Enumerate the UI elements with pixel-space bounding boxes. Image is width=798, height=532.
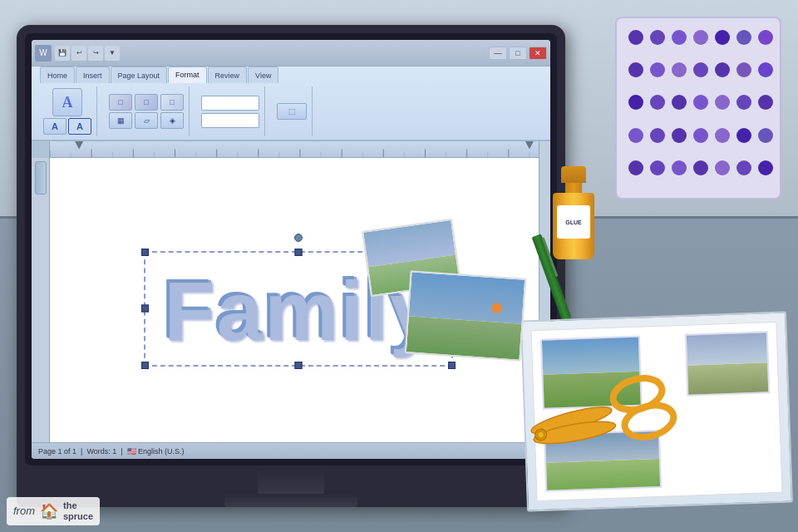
dot-17 xyxy=(693,95,708,110)
quick-access-toolbar: 💾 ↩ ↪ ▼ xyxy=(55,46,120,61)
shape-style-row-2: ▦ ▱ ◈ xyxy=(109,112,184,129)
house-icon: 🏠 xyxy=(40,502,58,520)
text-outline-btn[interactable]: A xyxy=(68,118,91,135)
handle-tl[interactable] xyxy=(141,249,149,256)
tab-insert[interactable]: Insert xyxy=(76,66,110,83)
dot-31 xyxy=(693,160,708,175)
dot-27 xyxy=(758,128,773,143)
dot-32 xyxy=(715,160,730,175)
ribbon-group-shape: □ □ □ ▦ ▱ ◈ xyxy=(104,86,190,136)
glue-neck xyxy=(565,183,582,193)
save-quick-btn[interactable]: 💾 xyxy=(55,46,70,61)
dot-20 xyxy=(758,95,773,110)
width-input[interactable] xyxy=(201,113,259,128)
dot-26 xyxy=(736,128,751,143)
dot-1 xyxy=(650,30,665,45)
ribbon: Home Insert Page Layout Format Review Vi… xyxy=(32,66,550,141)
dot-3 xyxy=(693,30,708,45)
scroll-thumb[interactable] xyxy=(35,161,47,195)
arrange-btn[interactable]: ⬚ xyxy=(277,103,307,120)
height-input[interactable] xyxy=(201,96,259,111)
brand-line2: spruce xyxy=(63,511,93,522)
tab-pagelayout[interactable]: Page Layout xyxy=(111,66,168,83)
dot-30 xyxy=(672,160,687,175)
arrange-row: ⬚ xyxy=(277,103,307,120)
handle-bm[interactable] xyxy=(294,362,302,369)
logo-area: from 🏠 the spruce xyxy=(7,497,100,525)
dot-10 xyxy=(693,62,708,77)
handle-ml[interactable] xyxy=(141,305,149,313)
customize-quick-btn[interactable]: ▼ xyxy=(105,46,120,61)
svg-marker-26 xyxy=(525,141,534,150)
dot-34 xyxy=(758,160,773,175)
tab-home[interactable]: Home xyxy=(40,66,75,83)
titlebar-left: W 💾 ↩ ↪ ▼ xyxy=(35,45,120,62)
ribbon-tab-list: Home Insert Page Layout Format Review Vi… xyxy=(32,66,550,83)
tab-format[interactable]: Format xyxy=(168,66,207,83)
handle-bl[interactable] xyxy=(141,362,149,369)
shape-outline-btn[interactable]: ▱ xyxy=(135,112,158,129)
wordart-style-btn[interactable]: A xyxy=(52,88,82,116)
dot-14 xyxy=(628,95,643,110)
brand-text: the spruce xyxy=(63,500,93,522)
ruler-corner xyxy=(32,141,50,158)
dots-board xyxy=(615,17,781,200)
size-inputs xyxy=(201,96,259,128)
ribbon-group-arrange: ⬚ xyxy=(272,86,313,136)
dot-4 xyxy=(715,30,730,45)
shape-style-3[interactable]: □ xyxy=(160,94,184,111)
dot-9 xyxy=(672,62,687,77)
status-page-info: Page 1 of 1 | Words: 1 | 🇺🇸 English (U.S… xyxy=(38,447,185,456)
maximize-button[interactable]: □ xyxy=(509,47,527,60)
svg-point-32 xyxy=(621,401,677,442)
dot-24 xyxy=(693,128,708,143)
text-fill-btn[interactable]: A xyxy=(43,118,66,135)
monitor: W 💾 ↩ ↪ ▼ — □ ✕ xyxy=(17,25,565,507)
dot-6 xyxy=(758,30,773,45)
redo-quick-btn[interactable]: ↪ xyxy=(88,46,103,61)
dot-28 xyxy=(628,160,643,175)
scrapbook-photo-2 xyxy=(685,331,771,396)
tab-review[interactable]: Review xyxy=(208,66,248,83)
glue-bottle: GLUE xyxy=(549,166,598,266)
dot-25 xyxy=(715,128,730,143)
ribbon-content: A A A □ □ □ xyxy=(32,83,550,140)
dot-2 xyxy=(672,30,687,45)
shape-style-1[interactable]: □ xyxy=(109,94,132,111)
ribbon-group-wordart-styles: A A A xyxy=(38,86,97,136)
dot-22 xyxy=(650,128,665,143)
horizontal-ruler xyxy=(32,141,550,158)
rotate-handle[interactable] xyxy=(294,234,303,242)
handle-tm[interactable] xyxy=(294,249,302,256)
monitor-bezel: W 💾 ↩ ↪ ▼ — □ ✕ xyxy=(25,33,557,466)
glue-body: GLUE xyxy=(553,193,594,259)
vertical-scrollbar-left[interactable] xyxy=(32,158,50,442)
minimize-button[interactable]: — xyxy=(489,47,507,60)
undo-quick-btn[interactable]: ↩ xyxy=(71,46,86,61)
ruler-ticks xyxy=(50,141,550,157)
monitor-screen: W 💾 ↩ ↪ ▼ — □ ✕ xyxy=(32,40,550,459)
status-bar: Page 1 of 1 | Words: 1 | 🇺🇸 English (U.S… xyxy=(32,442,550,459)
dot-33 xyxy=(736,160,751,175)
dot-12 xyxy=(736,62,751,77)
dot-21 xyxy=(628,128,643,143)
monitor-base xyxy=(224,494,357,507)
close-button[interactable]: ✕ xyxy=(529,47,547,60)
window-titlebar: W 💾 ↩ ↪ ▼ — □ ✕ xyxy=(32,40,550,66)
dot-7 xyxy=(628,62,643,77)
svg-marker-25 xyxy=(75,141,83,150)
dot-15 xyxy=(650,95,665,110)
glue-cap xyxy=(561,166,586,183)
dot-23 xyxy=(672,128,687,143)
shape-style-2[interactable]: □ xyxy=(135,94,158,111)
dot-5 xyxy=(736,30,751,45)
scene: W 💾 ↩ ↪ ▼ — □ ✕ xyxy=(0,0,798,532)
dot-18 xyxy=(715,95,730,110)
tab-view[interactable]: View xyxy=(248,66,278,83)
shape-fill-btn[interactable]: ▦ xyxy=(109,112,132,129)
dot-29 xyxy=(650,160,665,175)
dot-0 xyxy=(628,30,643,45)
dot-19 xyxy=(736,95,751,110)
shape-effects-btn[interactable]: ◈ xyxy=(160,112,184,129)
handle-br[interactable] xyxy=(448,362,456,369)
